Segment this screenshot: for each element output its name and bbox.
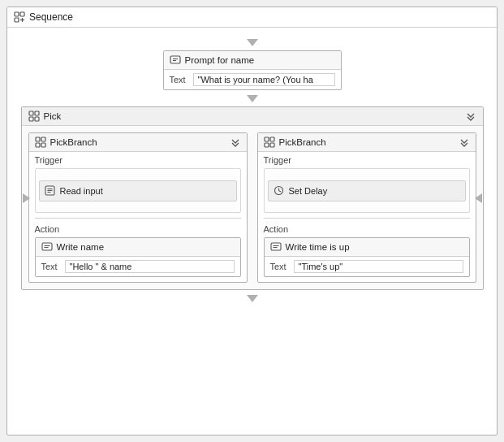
middle-arrow [247, 90, 258, 106]
pick-collapse-icon[interactable] [465, 110, 476, 122]
branch1-action-header: Write name [36, 238, 240, 257]
bottom-arrow [247, 290, 258, 306]
branch2-trigger-label-text: Set Delay [289, 186, 328, 196]
top-arrow [247, 34, 258, 50]
pick-title: Pick [44, 111, 62, 121]
svg-rect-12 [36, 137, 40, 141]
branch2-action-text-value: "Time's up" [294, 260, 463, 273]
branch1-action-text-label: Text [41, 262, 61, 271]
pick-header: Pick [22, 107, 483, 126]
pick-right-arrow [475, 193, 482, 203]
branch2-action-label: Action [258, 221, 476, 236]
branch1-divider [35, 218, 241, 219]
branch1-action-title: Write name [57, 242, 105, 252]
branch2-icon [264, 136, 275, 148]
pick-branch-2-header: PickBranch [258, 133, 476, 152]
svg-rect-30 [271, 243, 281, 250]
svg-rect-23 [265, 137, 269, 141]
branch2-trigger-area: Set Delay [264, 168, 470, 213]
svg-rect-5 [170, 56, 180, 63]
branch2-action-area: Write time is up Text "Time's up" [264, 237, 470, 277]
branch1-action-area: Write name Text "Hello " & name [35, 237, 241, 277]
svg-rect-8 [29, 111, 33, 115]
svg-rect-20 [42, 243, 52, 250]
pick-branch-1: PickBranch Trigger [28, 132, 248, 283]
read-input-icon [45, 185, 56, 197]
prompt-block-title: Prompt for name [185, 55, 255, 65]
svg-rect-11 [35, 117, 39, 121]
branch1-trigger-area: Read input [35, 168, 241, 213]
branch1-action-row: Text "Hello " & name [36, 257, 240, 276]
branch1-title: PickBranch [50, 137, 97, 147]
branch1-trigger-label: Trigger [29, 152, 247, 167]
svg-rect-26 [270, 143, 274, 147]
svg-rect-2 [15, 18, 19, 22]
pick-header-left: Pick [28, 110, 62, 122]
branch2-title: PickBranch [279, 137, 326, 147]
pick-left-arrow [23, 190, 36, 206]
branch2-trigger-item: Set Delay [268, 180, 466, 202]
pick-body: PickBranch Trigger [22, 126, 483, 289]
branch1-trigger-label-text: Read input [60, 186, 103, 196]
arrow-down-icon [247, 39, 258, 46]
write-time-icon [270, 241, 282, 253]
svg-rect-14 [36, 143, 40, 147]
prompt-text-row: Text "What is your name? (You ha [164, 70, 341, 89]
svg-rect-25 [265, 143, 269, 147]
prompt-icon [170, 54, 181, 66]
svg-rect-24 [270, 137, 274, 141]
branch1-action-block: Write name Text "Hello " & name [35, 237, 241, 277]
pick-icon [28, 110, 40, 122]
prompt-text-label: Text [170, 75, 189, 84]
set-delay-icon [274, 185, 285, 197]
svg-rect-15 [41, 143, 45, 147]
left-side-arrow-icon [23, 193, 36, 203]
branch2-action-text-label: Text [270, 262, 290, 271]
write-name-icon [41, 241, 53, 253]
branch2-action-header: Write time is up [265, 238, 469, 257]
svg-rect-1 [20, 12, 24, 16]
branch2-divider [264, 218, 470, 219]
right-side-arrow-icon [475, 193, 482, 203]
prompt-block: Prompt for name Text "What is your name?… [163, 50, 342, 90]
main-window: Sequence Prompt for name Text "Wh [6, 6, 498, 436]
branch1-trigger-item: Read input [39, 180, 237, 202]
pick-branch-2: PickBranch Trigger [257, 132, 476, 283]
pick-container: Pick [21, 106, 484, 290]
branch2-action-title: Write time is up [286, 242, 350, 252]
svg-line-29 [279, 191, 282, 193]
branch1-icon [35, 136, 46, 148]
branch2-action-row: Text "Time's up" [265, 257, 469, 276]
branch2-action-block: Write time is up Text "Time's up" [264, 237, 470, 277]
svg-rect-0 [15, 12, 19, 16]
branch1-collapse-icon[interactable] [230, 136, 241, 148]
sequence-icon [14, 11, 25, 23]
sequence-header: Sequence [7, 7, 497, 28]
pick-branch-1-header-left: PickBranch [35, 136, 97, 148]
branch1-action-label: Action [29, 221, 247, 236]
prompt-text-value: "What is your name? (You ha [193, 73, 335, 86]
prompt-block-header: Prompt for name [164, 51, 341, 70]
svg-rect-13 [41, 137, 45, 141]
sequence-title: Sequence [29, 11, 73, 23]
svg-rect-10 [29, 117, 33, 121]
pick-outer: Pick [21, 106, 484, 290]
pick-branch-1-header: PickBranch [29, 133, 247, 152]
arrow-down-icon-2 [247, 95, 258, 102]
arrow-down-icon-3 [247, 295, 258, 302]
branch2-trigger-label: Trigger [258, 152, 476, 167]
pick-branch-2-header-left: PickBranch [264, 136, 326, 148]
branch1-action-text-value: "Hello " & name [65, 260, 235, 273]
svg-rect-9 [35, 111, 39, 115]
sequence-body: Prompt for name Text "What is your name?… [7, 28, 497, 435]
branch2-collapse-icon[interactable] [459, 136, 470, 148]
